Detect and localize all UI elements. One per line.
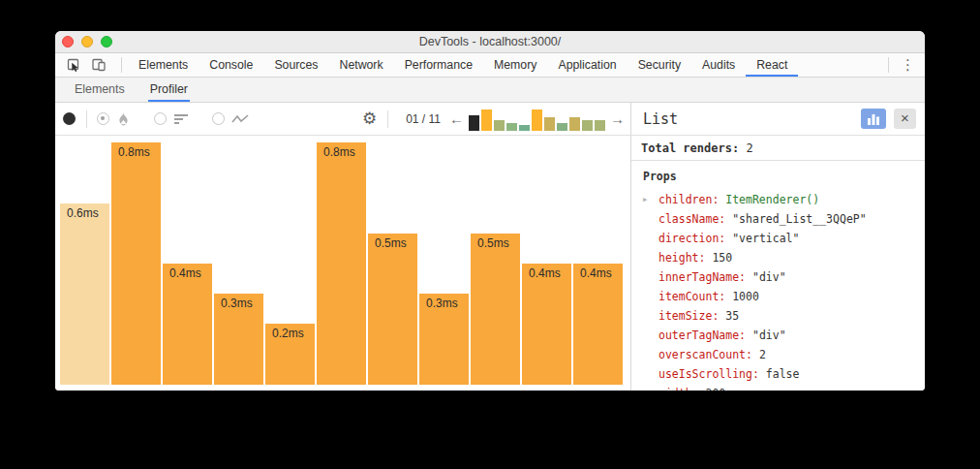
prop-key: outerTagName:	[658, 328, 746, 342]
prop-key: itemCount:	[658, 290, 725, 303]
render-chart-button[interactable]	[861, 109, 886, 129]
prop-value: false	[766, 367, 800, 381]
prop-key: className:	[658, 212, 725, 226]
devtools-window: DevTools - localhost:3000/ ElementsConso…	[55, 31, 925, 391]
next-snapshot-arrow[interactable]: →	[610, 111, 625, 126]
component-details-panel: Total renders: 2 Props ▶children: ItemRe…	[631, 136, 925, 391]
tab-audits[interactable]: Audits	[691, 53, 746, 77]
tab-application[interactable]: Application	[547, 53, 627, 77]
commit-bar-label: 0.5ms	[471, 234, 520, 250]
device-toolbar-icon[interactable]	[90, 57, 107, 73]
profiler-toolbar: ⚙ 01 / 11 ← → List ×	[55, 103, 925, 136]
tab-sources[interactable]: Sources	[263, 53, 328, 77]
commit-chart: 0.6ms0.8ms0.4ms0.3ms0.2ms0.8ms0.5ms0.3ms…	[55, 136, 631, 391]
expand-triangle-icon[interactable]: ▶	[643, 190, 647, 209]
profiler-content: 0.6ms0.8ms0.4ms0.3ms0.2ms0.8ms0.5ms0.3ms…	[55, 136, 925, 391]
snapshot-bar-9[interactable]	[569, 117, 580, 131]
component-panel-header: List ×	[631, 103, 925, 135]
commit-bar-6[interactable]: 0.8ms	[317, 142, 366, 385]
window-titlebar: DevTools - localhost:3000/	[55, 31, 925, 53]
prop-value: 1000	[732, 290, 759, 303]
snapshot-bar-6[interactable]	[532, 109, 542, 131]
snapshot-bar-5[interactable]	[519, 125, 530, 131]
flamegraph-view-radio[interactable]	[97, 112, 109, 125]
prop-value: 35	[725, 309, 739, 323]
divider	[387, 110, 388, 128]
previous-snapshot-arrow[interactable]: ←	[449, 111, 464, 126]
prop-key: innerTagName:	[658, 270, 746, 284]
kebab-menu-icon[interactable]: ⋮	[895, 56, 925, 74]
interactions-chart-icon[interactable]	[231, 113, 249, 125]
tab-elements[interactable]: Elements	[128, 53, 199, 77]
snapshot-bar-4[interactable]	[506, 123, 517, 131]
commit-bar-5[interactable]: 0.2ms	[265, 324, 315, 385]
total-renders: Total renders: 2	[631, 136, 925, 161]
gear-icon[interactable]: ⚙	[362, 110, 377, 127]
commit-bar-label: 0.3ms	[214, 294, 263, 310]
react-devtools-tab-bar: ElementsProfiler	[55, 78, 925, 103]
commit-bar-9[interactable]: 0.5ms	[471, 234, 520, 385]
profiler-toolbar-left: ⚙ 01 / 11 ← →	[55, 103, 631, 135]
commit-bar-3[interactable]: 0.4ms	[163, 264, 212, 385]
snapshot-bar-8[interactable]	[557, 123, 567, 131]
prop-row-itemCount: itemCount: 1000	[631, 287, 925, 306]
tab-network[interactable]: Network	[329, 53, 394, 77]
commit-bar-1[interactable]: 0.6ms	[60, 203, 109, 385]
commit-bar-label: 0.5ms	[368, 234, 417, 250]
window-minimize-button[interactable]	[81, 36, 93, 47]
snapshot-bar-1-selected[interactable]	[469, 115, 479, 131]
traffic-lights	[62, 36, 112, 47]
tab-react[interactable]: React	[746, 53, 798, 77]
close-panel-button[interactable]: ×	[894, 109, 916, 129]
subtab-profiler[interactable]: Profiler	[148, 78, 190, 102]
commit-bar-11[interactable]: 0.4ms	[573, 264, 623, 385]
prop-row-itemSize: itemSize: 35	[631, 306, 925, 326]
snapshot-bar-3[interactable]	[494, 120, 505, 131]
commit-bar-2[interactable]: 0.8ms	[111, 142, 161, 385]
tab-performance[interactable]: Performance	[394, 53, 483, 77]
prop-key: width:	[658, 387, 699, 391]
commit-bar-label: 0.2ms	[265, 324, 315, 340]
prop-row-innerTagName: innerTagName: "div"	[631, 267, 925, 287]
devtools-tab-bar: ElementsConsoleSourcesNetworkPerformance…	[55, 53, 925, 78]
commit-bar-label: 0.4ms	[573, 264, 623, 280]
ranked-view-radio[interactable]	[154, 112, 167, 125]
prop-value: 2	[759, 348, 766, 361]
interactions-view-radio[interactable]	[212, 112, 225, 125]
prop-value: ItemRenderer()	[725, 193, 819, 206]
prop-value: "div"	[752, 328, 786, 342]
commit-bar-label: 0.3ms	[419, 294, 469, 310]
commit-bar-8[interactable]: 0.3ms	[419, 294, 469, 385]
divider	[86, 110, 87, 128]
snapshot-bar-7[interactable]	[544, 117, 555, 131]
record-button[interactable]	[63, 112, 76, 125]
flame-chart-icon[interactable]	[116, 111, 131, 127]
prop-value: 150	[712, 251, 732, 265]
prop-value: "shared_List__3QQeP"	[732, 212, 866, 226]
total-renders-label: Total renders:	[641, 141, 739, 155]
tab-memory[interactable]: Memory	[483, 53, 547, 77]
window-close-button[interactable]	[62, 36, 74, 47]
subtab-elements[interactable]: Elements	[73, 78, 127, 102]
commit-bar-10[interactable]: 0.4ms	[522, 264, 571, 385]
prop-key: direction:	[658, 232, 725, 245]
inspect-element-icon[interactable]	[65, 57, 82, 73]
commit-bar-label: 0.8ms	[111, 142, 161, 159]
prop-key: useIsScrolling:	[658, 367, 759, 381]
prop-key: overscanCount:	[658, 348, 752, 361]
commit-bar-4[interactable]: 0.3ms	[214, 294, 263, 385]
ranked-chart-icon[interactable]	[173, 112, 189, 126]
prop-row-className: className: "shared_List__3QQeP"	[631, 209, 925, 229]
snapshot-bar-2[interactable]	[481, 109, 492, 131]
snapshot-selector[interactable]	[469, 108, 605, 131]
window-title: DevTools - localhost:3000/	[55, 31, 925, 52]
snapshot-bar-10[interactable]	[582, 120, 593, 131]
commit-bar-7[interactable]: 0.5ms	[368, 234, 417, 385]
window-zoom-button[interactable]	[101, 36, 112, 47]
tab-console[interactable]: Console	[199, 53, 263, 77]
snapshot-bar-11[interactable]	[595, 120, 605, 131]
prop-key: children:	[658, 193, 719, 206]
divider	[121, 57, 122, 73]
tab-security[interactable]: Security	[628, 53, 691, 77]
commit-bar-label: 0.4ms	[522, 264, 571, 280]
